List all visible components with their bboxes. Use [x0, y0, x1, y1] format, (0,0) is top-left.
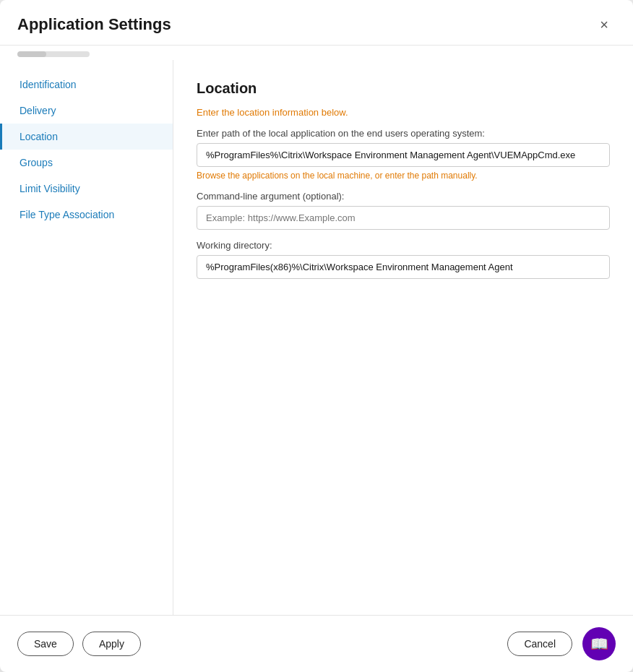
- sidebar-item-groups[interactable]: Groups: [0, 150, 173, 176]
- cancel-button[interactable]: Cancel: [507, 632, 572, 656]
- section-title: Location: [197, 80, 610, 97]
- dialog-body: Identification Delivery Location Groups …: [0, 60, 633, 615]
- sidebar-item-location[interactable]: Location: [0, 124, 173, 150]
- cmdline-label: Command-line argument (optional):: [197, 191, 610, 202]
- path-input[interactable]: [197, 143, 610, 167]
- close-button[interactable]: ×: [593, 13, 616, 36]
- help-icon: 📖: [590, 635, 608, 652]
- path-label: Enter path of the local application on t…: [197, 128, 610, 139]
- sidebar-item-delivery[interactable]: Delivery: [0, 98, 173, 124]
- application-settings-dialog: Application Settings × Identification De…: [0, 0, 633, 672]
- apply-button[interactable]: Apply: [82, 632, 141, 656]
- sidebar: Identification Delivery Location Groups …: [0, 60, 173, 615]
- sidebar-item-file-type-association[interactable]: File Type Association: [0, 202, 173, 228]
- footer-right-actions: Cancel 📖: [507, 627, 616, 660]
- location-info-text: Enter the location information below.: [197, 107, 610, 118]
- path-hint: Browse the applications on the local mac…: [197, 171, 610, 181]
- save-button[interactable]: Save: [17, 632, 74, 656]
- progress-area: [0, 46, 633, 60]
- progress-bar-track: [17, 51, 90, 57]
- cmdline-input[interactable]: [197, 206, 610, 230]
- workdir-label: Working directory:: [197, 240, 610, 251]
- dialog-footer: Save Apply Cancel 📖: [0, 615, 633, 672]
- help-button[interactable]: 📖: [582, 627, 616, 660]
- footer-left-actions: Save Apply: [17, 632, 141, 656]
- progress-bar-fill: [17, 51, 46, 57]
- workdir-input[interactable]: [197, 255, 610, 279]
- main-content: Location Enter the location information …: [173, 60, 633, 615]
- dialog-header: Application Settings ×: [0, 0, 633, 46]
- dialog-title: Application Settings: [17, 15, 171, 34]
- sidebar-item-identification[interactable]: Identification: [0, 72, 173, 98]
- sidebar-item-limit-visibility[interactable]: Limit Visibility: [0, 176, 173, 202]
